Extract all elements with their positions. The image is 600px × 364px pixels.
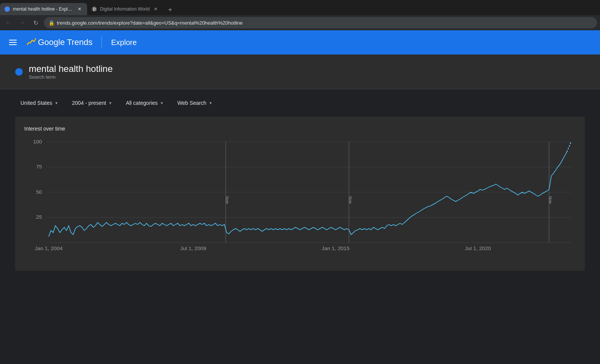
tab-trends[interactable]: mental health hotline - Explore ✕	[0, 3, 87, 15]
google-trends-logo[interactable]: Google Trends	[26, 37, 92, 48]
search-term-card: mental health hotline Search term	[0, 54, 600, 89]
search-type-label: Web Search	[177, 100, 206, 106]
back-button[interactable]: ←	[3, 17, 14, 28]
svg-text:Note: Note	[225, 196, 230, 204]
time-arrow: ▼	[108, 101, 112, 105]
hamburger-line-3	[9, 44, 17, 45]
hamburger-menu[interactable]	[6, 37, 20, 48]
logo-text: Google Trends	[38, 37, 92, 47]
category-label: All categories	[126, 100, 158, 106]
chart-container: 100 75 50 25 Note Note	[24, 138, 576, 259]
chart-svg: 100 75 50 25 Note Note	[24, 138, 576, 259]
search-type-filter[interactable]: Web Search ▼	[172, 97, 218, 109]
hamburger-line-1	[9, 40, 17, 40]
time-filter[interactable]: 2004 - present ▼	[67, 97, 117, 109]
svg-text:Note: Note	[348, 196, 353, 204]
svg-text:100: 100	[33, 139, 42, 145]
tab-trends-close[interactable]: ✕	[77, 6, 83, 12]
chart-title: Interest over time	[24, 126, 576, 132]
category-arrow: ▼	[160, 101, 164, 105]
svg-text:Jul 1, 2009: Jul 1, 2009	[180, 246, 206, 251]
tab-diw[interactable]: D Digital Information World ✕	[87, 3, 163, 15]
term-color-dot	[15, 68, 23, 76]
forward-button[interactable]: →	[17, 17, 27, 28]
main-content: mental health hotline Search term United…	[0, 54, 600, 271]
tab-bar: mental health hotline - Explore ✕ D Digi…	[0, 0, 600, 15]
address-bar[interactable]: 🔒 trends.google.com/trends/explore?date=…	[44, 17, 597, 28]
browser-chrome: mental health hotline - Explore ✕ D Digi…	[0, 0, 600, 30]
trends-favicon	[5, 6, 10, 12]
term-name: mental health hotline	[29, 64, 112, 74]
address-text: trends.google.com/trends/explore?date=al…	[57, 20, 242, 26]
svg-text:50: 50	[36, 190, 42, 195]
address-bar-row: ← → ↻ 🔒 trends.google.com/trends/explore…	[0, 15, 600, 30]
term-info: mental health hotline Search term	[29, 64, 112, 80]
chart-section: Interest over time 100 75 50 25	[15, 117, 585, 271]
svg-text:Note: Note	[548, 196, 553, 204]
new-tab-button[interactable]: +	[165, 5, 175, 15]
svg-text:Jan 1, 2004: Jan 1, 2004	[35, 246, 63, 251]
tab-trends-title: mental health hotline - Explore	[13, 6, 73, 12]
location-filter[interactable]: United States ▼	[15, 97, 64, 109]
lock-icon: 🔒	[48, 20, 55, 26]
filters-row: United States ▼ 2004 - present ▼ All cat…	[0, 89, 600, 117]
diw-favicon: D	[92, 6, 97, 12]
explore-label: Explore	[111, 38, 137, 47]
svg-text:Jan 1, 2015: Jan 1, 2015	[322, 246, 350, 251]
tab-diw-title: Digital Information World	[100, 6, 150, 12]
trends-logo-icon	[26, 37, 36, 48]
location-arrow: ▼	[55, 101, 58, 105]
term-type: Search term	[29, 74, 112, 80]
category-filter[interactable]: All categories ▼	[120, 97, 169, 109]
svg-text:75: 75	[36, 164, 42, 170]
google-trends-header: Google Trends Explore	[0, 30, 600, 54]
svg-text:Jul 1, 2020: Jul 1, 2020	[465, 246, 491, 251]
refresh-button[interactable]: ↻	[30, 17, 41, 28]
search-type-arrow: ▼	[209, 101, 212, 105]
location-label: United States	[20, 100, 52, 106]
header-divider	[102, 37, 102, 48]
hamburger-line-2	[9, 42, 17, 43]
time-label: 2004 - present	[72, 100, 106, 106]
svg-text:25: 25	[36, 215, 42, 220]
tab-diw-close[interactable]: ✕	[153, 6, 159, 12]
